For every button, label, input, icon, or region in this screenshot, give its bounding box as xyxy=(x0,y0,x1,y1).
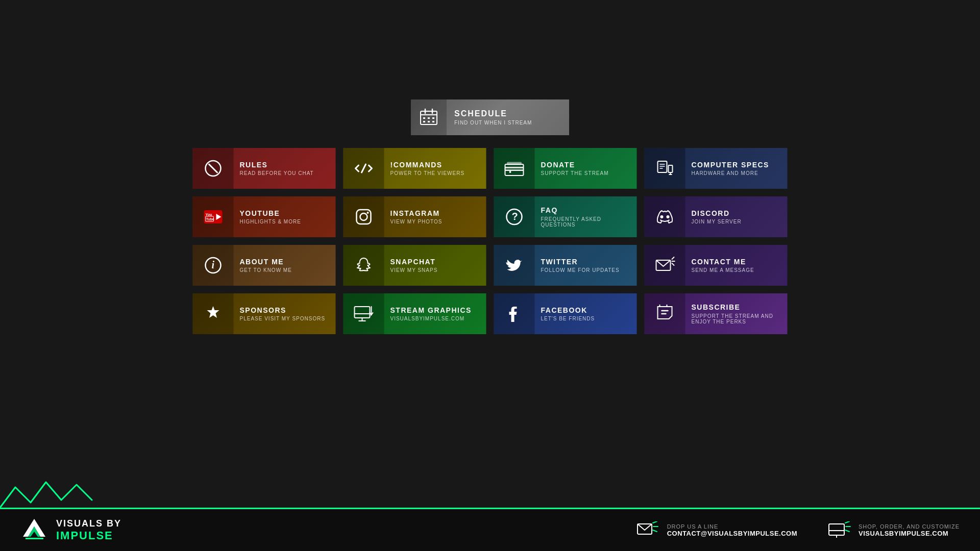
stream-graphics-button[interactable]: STREAM GRAPHICS VISUALSBYIMPULSE.COM xyxy=(344,293,486,334)
computer-icon xyxy=(645,148,685,189)
instagram-title: INSTAGRAM xyxy=(390,209,443,218)
svg-point-37 xyxy=(667,215,670,218)
svg-rect-23 xyxy=(669,165,673,172)
subscribe-button[interactable]: SUBSCRIBE SUPPORT THE STREAM AND ENJOY T… xyxy=(645,293,788,334)
rules-subtitle: READ BEFORE YOU CHAT xyxy=(240,170,314,176)
schedule-title: SCHEDULE xyxy=(454,109,532,118)
buttons-grid: RULES READ BEFORE YOU CHAT !COMMANDS POW… xyxy=(193,148,788,334)
svg-line-11 xyxy=(209,164,217,172)
svg-point-33 xyxy=(367,212,369,214)
about-me-button[interactable]: i ABOUT ME GET TO KNOW ME xyxy=(193,245,336,286)
svg-rect-7 xyxy=(423,121,425,122)
commands-text: !COMMANDS POWER TO THE VIEWERS xyxy=(384,161,471,177)
schedule-button[interactable]: SCHEDULE FIND OUT WHEN I STREAM xyxy=(411,99,569,135)
snapchat-icon xyxy=(344,245,384,286)
computer-specs-text: COMPUTER SPECS HARDWARE AND MORE xyxy=(685,161,775,177)
svg-line-64 xyxy=(845,530,849,532)
stream-graphics-title: STREAM GRAPHICS xyxy=(390,306,472,315)
facebook-subtitle: LET'S BE FRIENDS xyxy=(541,316,595,321)
snapchat-subtitle: VIEW MY SNAPS xyxy=(390,267,438,273)
facebook-text: FACEBOOK LET'S BE FRIENDS xyxy=(535,306,601,322)
donate-text: DONATE SUPPORT THE STREAM xyxy=(535,161,615,177)
youtube-button[interactable]: You Tube YOUTUBE HIGHLIGHTS & MORE xyxy=(193,196,336,237)
svg-rect-6 xyxy=(432,117,434,119)
facebook-icon xyxy=(494,293,535,334)
svg-text:?: ? xyxy=(512,211,518,222)
sponsors-text: SPONSORS PLEASE VISIT MY SPONSORS xyxy=(234,306,332,322)
youtube-subtitle: HIGHLIGHTS & MORE xyxy=(240,219,301,224)
computer-specs-button[interactable]: COMPUTER SPECS HARDWARE AND MORE xyxy=(645,148,788,189)
svg-line-63 xyxy=(845,521,849,523)
twitter-button[interactable]: TWITTER FOLLOW ME FOR UPDATES xyxy=(494,245,637,286)
rules-button[interactable]: RULES READ BEFORE YOU CHAT xyxy=(193,148,336,189)
svg-text:Tube: Tube xyxy=(206,217,214,221)
svg-rect-9 xyxy=(432,121,434,122)
about-me-subtitle: GET TO KNOW ME xyxy=(240,267,292,273)
rules-text: RULES READ BEFORE YOU CHAT xyxy=(234,161,320,177)
instagram-button[interactable]: INSTAGRAM VIEW MY PHOTOS xyxy=(344,196,486,237)
computer-specs-title: COMPUTER SPECS xyxy=(692,161,769,169)
instagram-icon xyxy=(344,196,384,237)
instagram-subtitle: VIEW MY PHOTOS xyxy=(390,219,443,224)
svg-line-12 xyxy=(362,164,366,172)
footer-shop-url: VISUALSBYIMPULSE.COM xyxy=(859,530,960,537)
footer-email-item: DROP US A LINE CONTACT@VISUALSBYIMPULSE.… xyxy=(636,521,797,539)
footer-shop-text: SHOP, ORDER, AND CUSTOMIZE VISUALSBYIMPU… xyxy=(859,523,960,537)
stream-graphics-text: STREAM GRAPHICS VISUALSBYIMPULSE.COM xyxy=(384,306,478,322)
svg-rect-31 xyxy=(357,210,371,224)
contact-title: CONTACT ME xyxy=(692,258,754,266)
svg-rect-8 xyxy=(428,121,430,122)
sponsors-button[interactable]: SPONSORS PLEASE VISIT MY SPONSORS xyxy=(193,293,336,334)
contact-button[interactable]: CONTACT ME SEND ME A MESSAGE xyxy=(645,245,788,286)
twitter-title: TWITTER xyxy=(541,258,620,266)
discord-subtitle: JOIN MY SERVER xyxy=(692,219,742,224)
svg-line-42 xyxy=(672,263,674,265)
sponsors-subtitle: PLEASE VISIT MY SPONSORS xyxy=(240,316,326,321)
twitter-text: TWITTER FOLLOW ME FOR UPDATES xyxy=(535,258,626,273)
svg-point-36 xyxy=(660,215,664,218)
footer-brand-text: VISUALS BY IMPULSE xyxy=(56,518,121,542)
youtube-title: YOUTUBE xyxy=(240,209,301,218)
rules-title: RULES xyxy=(240,161,314,169)
snapchat-button[interactable]: SNAPCHAT VIEW MY SNAPS xyxy=(344,245,486,286)
commands-button[interactable]: !COMMANDS POWER TO THE VIEWERS xyxy=(344,148,486,189)
about-me-title: ABOUT ME xyxy=(240,258,292,266)
schedule-icon xyxy=(411,99,447,135)
svg-text:i: i xyxy=(212,259,215,270)
footer-decoration xyxy=(0,477,102,508)
faq-icon: ? xyxy=(494,196,535,237)
contact-text: CONTACT ME SEND ME A MESSAGE xyxy=(685,258,761,273)
footer: VISUALS BY IMPULSE DROP US A LINE CONTAC… xyxy=(0,508,980,551)
discord-title: DISCORD xyxy=(692,209,742,218)
about-icon: i xyxy=(193,245,234,286)
donate-subtitle: SUPPORT THE STREAM xyxy=(541,170,609,176)
svg-rect-19 xyxy=(658,161,667,172)
footer-brand-line2: IMPULSE xyxy=(56,529,121,542)
svg-line-57 xyxy=(653,521,657,523)
rules-icon xyxy=(193,148,234,189)
donate-title: DONATE xyxy=(541,161,609,169)
footer-contact-text: DROP US A LINE CONTACT@VISUALSBYIMPULSE.… xyxy=(667,523,797,537)
computer-specs-subtitle: HARDWARE AND MORE xyxy=(692,170,769,176)
faq-subtitle: FREQUENTLY ASKED QUESTIONS xyxy=(541,216,631,228)
footer-brand-line1: VISUALS BY xyxy=(56,518,121,529)
donate-button[interactable]: DONATE SUPPORT THE STREAM xyxy=(494,148,637,189)
footer-shop-item: SHOP, ORDER, AND CUSTOMIZE VISUALSBYIMPU… xyxy=(828,521,960,539)
instagram-text: INSTAGRAM VIEW MY PHOTOS xyxy=(384,209,449,225)
youtube-icon: You Tube xyxy=(193,196,234,237)
sponsors-icon xyxy=(193,293,234,334)
contact-subtitle: SEND ME A MESSAGE xyxy=(692,267,754,273)
faq-button[interactable]: ? FAQ FREQUENTLY ASKED QUESTIONS xyxy=(494,196,637,237)
discord-button[interactable]: DISCORD JOIN MY SERVER xyxy=(645,196,788,237)
discord-icon xyxy=(645,196,685,237)
facebook-title: FACEBOOK xyxy=(541,306,595,315)
commands-subtitle: POWER TO THE VIEWERS xyxy=(390,170,465,176)
subscribe-subtitle: SUPPORT THE STREAM AND ENJOY THE PERKS xyxy=(692,313,781,324)
svg-rect-55 xyxy=(26,538,43,539)
schedule-subtitle: FIND OUT WHEN I STREAM xyxy=(454,120,532,126)
facebook-button[interactable]: FACEBOOK LET'S BE FRIENDS xyxy=(494,293,637,334)
subscribe-title: SUBSCRIBE xyxy=(692,303,781,312)
svg-text:You: You xyxy=(206,213,212,216)
svg-rect-44 xyxy=(355,307,370,318)
donate-icon xyxy=(494,148,535,189)
